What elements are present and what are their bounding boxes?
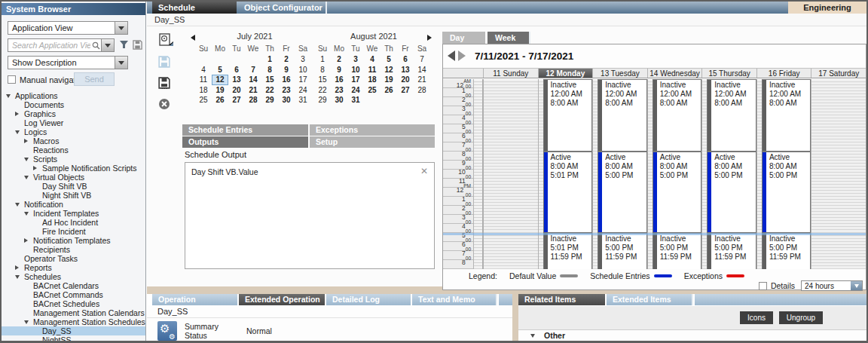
schedule-entry-inactive[interactable]: Inactive12:00 AM8:00 AM	[653, 79, 702, 152]
day-header[interactable]: 13 Tuesday	[592, 69, 647, 78]
calendar-day[interactable]: 23	[278, 85, 295, 96]
tree-item-macros[interactable]: Macros	[2, 136, 145, 145]
calendar-day[interactable]: 8	[314, 65, 331, 75]
calendar-day[interactable]: 10	[347, 65, 364, 75]
tree-item-notification[interactable]: Notification	[2, 200, 145, 209]
summary-status-row[interactable]: ⚙⚙ Summary Status Normal	[157, 321, 272, 341]
tree-collapsed-icon[interactable]	[33, 166, 41, 170]
calendar-day[interactable]: 24	[295, 85, 311, 96]
calendar-day[interactable]: 27	[397, 85, 414, 96]
calendar-day[interactable]: 23	[331, 85, 347, 96]
tree-collapsed-icon[interactable]	[15, 265, 23, 270]
tab-outputs[interactable]: Outputs	[182, 136, 308, 148]
calendar-day[interactable]: 9	[278, 65, 295, 75]
day-column[interactable]: Inactive12:00 AM8:00 AMActive8:00 AM5:00…	[756, 79, 811, 269]
calendar-day[interactable]: 11	[195, 75, 212, 85]
tree-expanded-icon[interactable]	[15, 130, 23, 134]
calendar-day[interactable]: 9	[331, 65, 347, 75]
schedule-entry-inactive[interactable]: Inactive5:00 PM11:59 PM	[598, 233, 647, 269]
schedule-entry-inactive[interactable]: Inactive12:00 AM8:00 AM	[543, 79, 593, 152]
calendar-day[interactable]: 8	[261, 65, 278, 75]
details-checkbox[interactable]	[759, 282, 767, 290]
previous-week-icon[interactable]	[448, 51, 455, 61]
schedule-entry-active[interactable]: Active8:00 AM5:00 PM	[707, 152, 756, 233]
day-header[interactable]: 14 Wednesday	[647, 69, 702, 78]
save-view-icon[interactable]	[133, 40, 142, 50]
tree-expanded-icon[interactable]	[24, 176, 32, 179]
calendar-day[interactable]: 6	[397, 54, 414, 65]
calendar-day[interactable]: 20	[228, 85, 245, 96]
tree-expanded-icon[interactable]	[24, 212, 32, 216]
ungroup-button[interactable]: Ungroup	[779, 311, 823, 324]
tree-item-bacnet-commands[interactable]: BACnet Commands	[2, 290, 145, 299]
calendar-day[interactable]: 15	[261, 75, 278, 85]
calendar-day[interactable]: 13	[228, 75, 245, 85]
tree-item-log-viewer[interactable]: Log Viewer	[2, 118, 145, 127]
tree-expanded-icon[interactable]	[6, 94, 14, 98]
calendar-day[interactable]: 15	[314, 75, 331, 85]
day-column[interactable]: Inactive12:00 AM8:00 AMActive8:00 AM5:00…	[592, 79, 647, 269]
tree-collapsed-icon[interactable]	[24, 139, 32, 143]
panel-divider-vertical[interactable]	[512, 294, 518, 341]
tab-setup[interactable]: Setup	[310, 136, 435, 148]
calendar-day[interactable]: 18	[364, 75, 381, 85]
tab-day[interactable]: Day	[442, 32, 485, 44]
tree-item-nightss[interactable]: NightSS	[2, 335, 145, 341]
tree-item-documents[interactable]: Documents	[2, 100, 145, 109]
tree-expanded-icon[interactable]	[15, 203, 23, 207]
manual-navigation-checkbox[interactable]	[8, 75, 16, 84]
tree-item-night-shift-vb[interactable]: Night Shift VB	[2, 191, 145, 200]
icons-button[interactable]: Icons	[740, 311, 773, 324]
tab-extended-operation[interactable]: Extended Operation	[239, 294, 325, 305]
calendar-day[interactable]: 12	[381, 65, 397, 75]
tab-text-and-memo[interactable]: Text and Memo	[412, 294, 497, 305]
tab-object-configurator[interactable]: Object Configurator	[238, 2, 327, 14]
calendar-day-selected[interactable]: 12	[212, 75, 228, 85]
calendar-day[interactable]: 16	[331, 75, 347, 85]
tab-detailed-log[interactable]: Detailed Log	[326, 294, 411, 305]
time-scale-dropdown[interactable]: 24 hours	[801, 280, 863, 291]
save-as-icon[interactable]	[158, 77, 170, 89]
calendar-day[interactable]: 1	[261, 54, 278, 65]
calendar-day[interactable]: 5	[381, 54, 397, 65]
day-header[interactable]: 15 Thursday	[701, 69, 756, 78]
schedule-entry-active[interactable]: Active8:00 AM5:00 PM	[598, 152, 647, 233]
calendar-day[interactable]: 4	[364, 54, 381, 65]
calendar-day[interactable]: 24	[347, 85, 364, 96]
group-expanded-icon[interactable]	[530, 334, 538, 338]
calendar-day[interactable]: 4	[195, 65, 212, 75]
output-item[interactable]: Day Shift VB.Value ✕	[185, 163, 434, 176]
calendar-day[interactable]: 22	[261, 85, 278, 96]
tree-expanded-icon[interactable]	[24, 158, 32, 161]
calendar-day[interactable]: 19	[212, 85, 228, 96]
remove-output-icon[interactable]: ✕	[420, 167, 428, 176]
schedule-entry-active[interactable]: Active8:00 AM5:01 PM	[543, 152, 593, 233]
day-column[interactable]	[811, 79, 866, 269]
tab-week[interactable]: Week	[487, 32, 530, 44]
calendar-day[interactable]: 28	[414, 85, 430, 96]
tree-item-operator-tasks[interactable]: Operator Tasks	[2, 254, 145, 263]
calendar-day[interactable]: 17	[295, 75, 311, 85]
tree-item-logics[interactable]: Logics	[2, 127, 145, 136]
calendar-day[interactable]: 6	[228, 65, 245, 75]
search-input[interactable]	[8, 41, 90, 50]
calendar-day[interactable]: 2	[278, 54, 295, 65]
calendar-day[interactable]: 26	[212, 95, 228, 106]
calendar-day[interactable]: 30	[278, 95, 295, 106]
search-icon[interactable]	[90, 41, 101, 50]
calendar-day[interactable]: 31	[347, 95, 364, 106]
calendar-day[interactable]: 3	[347, 54, 364, 65]
day-header[interactable]: 11 Sunday	[483, 69, 538, 78]
tree-item-reports[interactable]: Reports	[2, 263, 145, 272]
tree-item-sample-notification-scripts[interactable]: Sample Notification Scripts	[2, 164, 145, 173]
tree-item-graphics[interactable]: Graphics	[2, 109, 145, 118]
schedule-entry-inactive[interactable]: Inactive5:00 PM11:59 PM	[762, 233, 811, 269]
tree-item-virtual-objects[interactable]: Virtual Objects	[2, 173, 145, 182]
tab-extended-items[interactable]: Extended Items	[607, 294, 693, 305]
next-week-icon[interactable]	[458, 51, 466, 61]
calendar-day[interactable]: 17	[347, 75, 364, 85]
calendar-day[interactable]: 13	[397, 65, 414, 75]
view-dropdown-arrow-icon[interactable]	[115, 22, 127, 34]
tree-item-day-ss[interactable]: Day_SS	[2, 326, 145, 335]
calendar-day[interactable]: 20	[397, 75, 414, 85]
